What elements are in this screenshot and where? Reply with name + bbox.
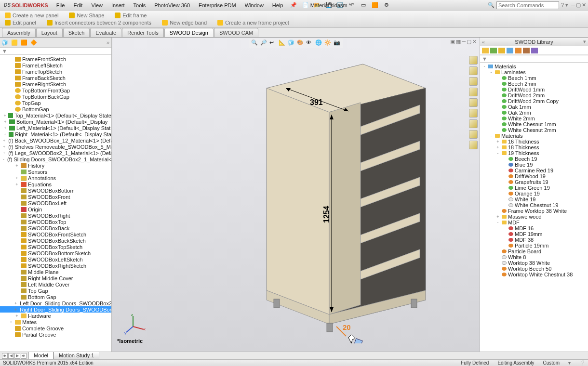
swood-new-edge-band[interactable]: New edge band: [160, 19, 209, 26]
cmtab-render-tools[interactable]: Render Tools: [122, 28, 164, 37]
vp-min-icon[interactable]: ─: [462, 39, 466, 45]
vp-max-icon[interactable]: ▢: [467, 39, 471, 45]
menu-window[interactable]: Window: [241, 1, 268, 10]
bottom-tab-motion-study-1[interactable]: Motion Study 1: [53, 352, 99, 359]
feature-node[interactable]: SWOODBoxBottomSketch: [0, 250, 111, 256]
library-node[interactable]: MDF 38: [480, 237, 588, 243]
lib-tool2-icon[interactable]: [515, 48, 521, 53]
feature-node[interactable]: +(f) Back_SWOODBox_12_Material<1> (Defau…: [0, 137, 111, 144]
taskpane-custom-props-icon[interactable]: [469, 109, 478, 118]
feature-node[interactable]: SWOODBoxLeftSketch: [0, 256, 111, 262]
feature-node[interactable]: Left Middle Cover: [0, 281, 111, 288]
display-style-icon[interactable]: 🎨: [297, 39, 305, 47]
expand-panel-icon[interactable]: »: [107, 39, 109, 45]
feature-node[interactable]: +Hardware: [0, 313, 111, 319]
feature-node[interactable]: FrameFrontSketch: [0, 56, 111, 62]
new-icon[interactable]: 📄: [301, 1, 310, 10]
feature-node[interactable]: SWOODBoxRightSketch: [0, 262, 111, 269]
cmtab-layout[interactable]: Layout: [36, 28, 63, 37]
menu-tools[interactable]: Tools: [129, 1, 150, 10]
bottom-tab-model[interactable]: Model: [28, 352, 53, 359]
feature-node[interactable]: Top Gap: [0, 288, 111, 294]
feature-node[interactable]: +History: [0, 162, 111, 169]
library-node[interactable]: Particle Board: [480, 248, 588, 254]
cmtab-assembly[interactable]: Assembly: [2, 28, 36, 37]
menu-photoview-360[interactable]: PhotoView 360: [150, 1, 194, 10]
library-node[interactable]: DriftWood 2mm: [480, 92, 588, 98]
feature-node[interactable]: +Annotations: [0, 175, 111, 181]
library-node[interactable]: White Chestnut 19: [480, 202, 588, 208]
feature-node[interactable]: FrameTopSketch: [0, 68, 111, 75]
library-node[interactable]: White 19: [480, 196, 588, 202]
feature-node[interactable]: Partial Groove: [0, 331, 111, 338]
feature-node[interactable]: SWOODBoxFrontSketch: [0, 231, 111, 237]
taskpane-appearance-icon[interactable]: [469, 98, 478, 107]
feature-node[interactable]: +Right_Material<1> (Default<_Display Sta: [0, 131, 111, 137]
library-node[interactable]: -Laminates: [480, 69, 588, 75]
feature-node[interactable]: +Right Door_Sliding Doors_SWOODBox2_1_Ma…: [0, 306, 111, 313]
swood-insert-connectors-between-2-components[interactable]: Insert connectors between 2 components: [45, 19, 153, 26]
vp-tile-icon[interactable]: ▦: [456, 39, 461, 45]
cmtab-swood-cam[interactable]: SWOOD CAM: [214, 28, 258, 37]
library-node[interactable]: White 8: [480, 254, 588, 260]
library-node[interactable]: Frame Worktop 38 White: [480, 208, 588, 214]
lib-tool-icon[interactable]: [507, 48, 513, 53]
feature-node[interactable]: TopBottomBackGap: [0, 93, 111, 100]
menu-insert[interactable]: Insert: [107, 1, 129, 10]
feature-node[interactable]: BottomGap: [0, 106, 111, 112]
feature-node[interactable]: SWOODBoxTop: [0, 219, 111, 225]
first-icon[interactable]: ⏮: [2, 353, 8, 359]
library-node[interactable]: Carmine Red 19: [480, 168, 588, 173]
feature-node[interactable]: Bottom Gap: [0, 294, 111, 300]
feature-node[interactable]: SWOODBoxFront: [0, 194, 111, 200]
feature-node[interactable]: FrameLeftSketch: [0, 62, 111, 68]
display-tab-icon[interactable]: 🔶: [29, 39, 38, 46]
feature-node[interactable]: +Left Door_Sliding Doors_SWOODBox2_1_Mat…: [0, 300, 111, 306]
swood-edit-frame[interactable]: Edit frame: [113, 12, 148, 19]
library-node[interactable]: Oak 2mm: [480, 110, 588, 116]
library-tree[interactable]: -Materials-LaminatesBeech 1mmBeech 2mmDr…: [480, 63, 588, 352]
taskpane-swood2-icon[interactable]: [469, 130, 478, 139]
feature-node[interactable]: Middle Plane: [0, 269, 111, 275]
vp-cascade-icon[interactable]: ▣: [450, 39, 455, 45]
feature-node[interactable]: Right Middle Cover: [0, 275, 111, 281]
feature-node[interactable]: FrameRightSketch: [0, 81, 111, 87]
feature-node[interactable]: SWOODBoxRight: [0, 212, 111, 219]
prev-view-icon[interactable]: ↩: [269, 39, 277, 47]
close-icon[interactable]: ✕: [582, 2, 586, 8]
feature-node[interactable]: +Equations: [0, 181, 111, 187]
feature-node[interactable]: Complete Groove: [0, 325, 111, 331]
feature-node[interactable]: Origin: [0, 206, 111, 212]
library-node[interactable]: White Chesnut 1mm: [480, 121, 588, 127]
feature-node[interactable]: SWOODBoxBottom: [0, 187, 111, 194]
library-node[interactable]: DriftWood 2mm Copy: [480, 98, 588, 104]
feature-node[interactable]: +Left_Material<1> (Default<_Display Stat: [0, 125, 111, 131]
taskpane-view-palette-icon[interactable]: [469, 88, 478, 96]
appearance-icon[interactable]: 🌐: [315, 39, 323, 47]
library-node[interactable]: MDF 16: [480, 225, 588, 231]
library-node[interactable]: Orange 19: [480, 191, 588, 196]
library-node[interactable]: Oak 1mm: [480, 104, 588, 110]
collapse-library-icon[interactable]: «: [482, 39, 485, 45]
config-tab-icon[interactable]: 🟧: [20, 39, 28, 46]
lib-tool4-icon[interactable]: [531, 48, 538, 53]
library-node[interactable]: Grapefruits 19: [480, 179, 588, 185]
feature-node[interactable]: TopGap: [0, 100, 111, 106]
feature-node[interactable]: +(f) Legs_SWOODBox2_1_Material<1> (Defau…: [0, 150, 111, 156]
minimize-icon[interactable]: ─: [571, 2, 575, 8]
library-node[interactable]: Worktop 38 White: [480, 260, 588, 266]
property-tab-icon[interactable]: 🟨: [10, 39, 19, 46]
library-node[interactable]: +Massive wood: [480, 214, 588, 220]
feature-node[interactable]: FrameBackSketch: [0, 75, 111, 81]
swood-edit-panel[interactable]: Edit panel: [3, 19, 38, 26]
lib-cube-icon[interactable]: [490, 48, 497, 53]
taskpane-design-lib-icon[interactable]: [469, 66, 478, 75]
feature-node[interactable]: SWOODBoxTopSketch: [0, 244, 111, 250]
feature-node[interactable]: +Mates: [0, 319, 111, 325]
library-node[interactable]: White 2mm: [480, 116, 588, 121]
library-node[interactable]: +16 Thickness: [480, 139, 588, 144]
section-view-icon[interactable]: 📐: [279, 39, 286, 47]
taskpane-home-icon[interactable]: [469, 56, 478, 65]
search-icon[interactable]: 🔍: [488, 2, 494, 8]
cmtab-sketch[interactable]: Sketch: [63, 28, 90, 37]
